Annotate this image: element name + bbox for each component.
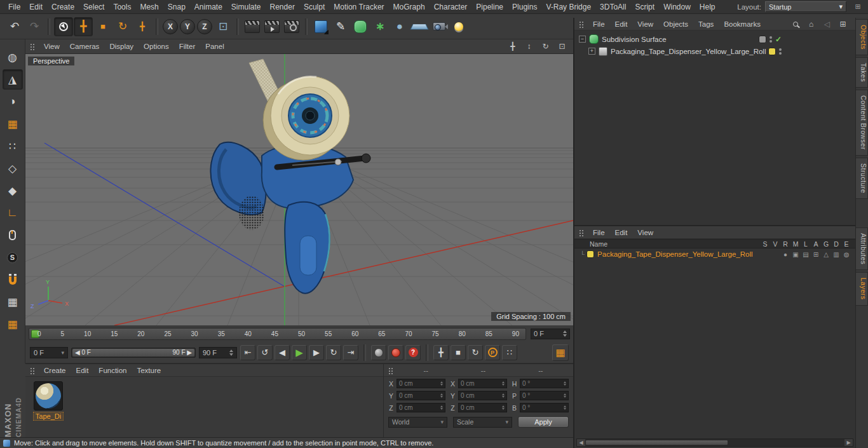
- layer-column-header[interactable]: R: [780, 240, 790, 248]
- frame-counter-field[interactable]: 0 F: [531, 329, 570, 339]
- snap-settings-button[interactable]: S: [3, 247, 23, 268]
- material-name[interactable]: Tape_Di: [33, 412, 64, 421]
- position-field[interactable]: 0 cm: [397, 379, 445, 388]
- size-field[interactable]: 0 cm: [458, 403, 507, 412]
- stepper-icon[interactable]: [229, 348, 233, 358]
- tab-takes[interactable]: Takes: [856, 57, 868, 88]
- enabled-check-icon[interactable]: ✓: [775, 35, 782, 44]
- material-menu-item[interactable]: Texture: [132, 365, 166, 376]
- panel-grip-icon[interactable]: [579, 20, 585, 28]
- stepper-icon[interactable]: [440, 380, 443, 387]
- menubar-item[interactable]: Window: [659, 1, 695, 13]
- points-mode-button[interactable]: ∷: [3, 136, 23, 156]
- menubar-item[interactable]: Character: [430, 1, 472, 13]
- viewport-camera-label[interactable]: Perspective: [28, 57, 74, 65]
- lock-workplane-button[interactable]: ▦: [3, 292, 23, 312]
- undo-button[interactable]: ↶: [5, 17, 24, 36]
- tab-layers[interactable]: Layers: [856, 272, 868, 306]
- coordinate-system-button[interactable]: ⊡: [214, 17, 233, 36]
- add-cloner-button[interactable]: ∗: [370, 17, 390, 36]
- model-mode-button[interactable]: ◮: [3, 69, 23, 90]
- layer-chip[interactable]: [759, 36, 766, 43]
- record-rotation-button[interactable]: ↻: [468, 345, 483, 360]
- play-button[interactable]: ▶: [292, 345, 307, 360]
- stepper-icon[interactable]: [564, 404, 566, 411]
- record-position-button[interactable]: ╋: [433, 345, 449, 360]
- lock-z-axis-button[interactable]: Z: [197, 19, 212, 34]
- object-manager-menu-item[interactable]: Edit: [610, 19, 633, 29]
- editor-visibility-icon[interactable]: ▣: [790, 251, 801, 258]
- play-loop-button[interactable]: ↻: [326, 345, 341, 360]
- material-thumbnail[interactable]: [34, 381, 63, 411]
- menubar-item[interactable]: Help: [695, 1, 720, 13]
- viewport-menu-item[interactable]: Options: [139, 41, 174, 51]
- rotation-field[interactable]: 0 °: [520, 379, 569, 388]
- object-manager-menu-item[interactable]: File: [588, 19, 610, 29]
- live-selection-button[interactable]: [54, 17, 73, 36]
- menubar-item[interactable]: Mesh: [135, 1, 163, 13]
- transform-mode-dropdown[interactable]: Scale▾: [453, 417, 512, 428]
- edges-mode-button[interactable]: ◇: [3, 158, 23, 179]
- layer-manager-menu-item[interactable]: View: [632, 227, 658, 238]
- layer-manager-menu-item[interactable]: Edit: [610, 227, 633, 238]
- menubar-item[interactable]: File: [4, 1, 25, 13]
- menubar-item[interactable]: MoGraph: [389, 1, 430, 13]
- viewport-zoom-button[interactable]: ↕: [524, 41, 534, 52]
- render-settings-button[interactable]: [282, 17, 301, 36]
- timeline-ruler[interactable]: 051015202530354045505560657075808590: [29, 328, 526, 340]
- panel-grip-icon[interactable]: [579, 229, 585, 236]
- layer-manager-menu-item[interactable]: File: [588, 227, 610, 238]
- layer-column-header[interactable]: S: [760, 240, 770, 248]
- solo-dot-icon[interactable]: ●: [780, 251, 790, 258]
- viewport-navigation-button[interactable]: ◍: [3, 47, 23, 67]
- panel-grip-icon[interactable]: [30, 367, 36, 374]
- display-color-chip[interactable]: [587, 250, 594, 258]
- menubar-item[interactable]: Create: [47, 1, 79, 13]
- tab-objects[interactable]: Objects: [856, 19, 868, 55]
- display-color-chip[interactable]: [768, 48, 776, 55]
- om-frame-button[interactable]: ⊞: [837, 18, 848, 29]
- layer-column-header[interactable]: A: [811, 240, 821, 248]
- workplane-mode-button[interactable]: ▦: [3, 114, 23, 134]
- rotation-field[interactable]: 0 °: [520, 391, 569, 400]
- size-field[interactable]: 0 cm: [458, 391, 507, 400]
- goto-end-button[interactable]: ⇥: [343, 345, 358, 360]
- scale-tool-button[interactable]: ■: [93, 17, 112, 36]
- position-field[interactable]: 0 cm: [397, 391, 445, 400]
- previous-frame-button[interactable]: ◀: [275, 345, 290, 360]
- viewport-canvas[interactable]: Y X Z: [25, 54, 573, 325]
- tab-attributes[interactable]: Attributes: [856, 227, 868, 270]
- layer-row-tape-dispenser[interactable]: └ Packaging_Tape_Dispenser_Yellow_Large_…: [574, 248, 855, 260]
- current-frame-dropdown[interactable]: 0 F ▾: [30, 347, 68, 358]
- material-item[interactable]: Tape_Di: [31, 381, 66, 421]
- size-field[interactable]: 0 cm: [458, 379, 507, 388]
- panel-grip-icon[interactable]: [388, 367, 394, 374]
- layer-column-header[interactable]: M: [790, 240, 801, 248]
- menubar-item[interactable]: Pipeline: [471, 1, 508, 13]
- name-column-header[interactable]: Name: [590, 240, 607, 248]
- add-camera-button[interactable]: [430, 17, 449, 36]
- object-manager-menu-item[interactable]: Objects: [658, 19, 693, 29]
- viewport-menu-item[interactable]: View: [39, 41, 65, 51]
- planar-workplane-button[interactable]: ▦: [3, 314, 23, 334]
- stepper-icon[interactable]: [440, 392, 443, 399]
- texture-mode-button[interactable]: ◑: [3, 92, 23, 112]
- tab-structure[interactable]: Structure: [856, 158, 868, 199]
- object-label[interactable]: Packaging_Tape_Dispenser_Yellow_Large_Ro…: [611, 48, 766, 55]
- menubar-item[interactable]: Script: [630, 1, 659, 13]
- menubar-item[interactable]: Edit: [25, 1, 47, 13]
- menubar-item[interactable]: 3DToAll: [595, 1, 630, 13]
- render-visibility-icon[interactable]: ▤: [801, 251, 811, 258]
- layout-dropdown[interactable]: Startup ▾: [765, 1, 846, 12]
- keyframe-presets-button[interactable]: ▦: [552, 344, 569, 361]
- material-menu-item[interactable]: Edit: [71, 365, 94, 376]
- add-subdivision-surface-button[interactable]: [351, 17, 370, 36]
- object-row-tape-dispenser[interactable]: + Packaging_Tape_Dispenser_Yellow_Large_…: [574, 45, 855, 57]
- layer-column-header[interactable]: V: [770, 240, 780, 248]
- tab-content-browser[interactable]: Content Browser: [856, 90, 868, 156]
- collapse-expander[interactable]: −: [579, 36, 586, 43]
- layer-column-header[interactable]: D: [831, 240, 841, 248]
- menubar-item[interactable]: Simulate: [227, 1, 266, 13]
- stepper-icon[interactable]: [564, 380, 566, 387]
- add-volume-button[interactable]: ●: [390, 17, 409, 36]
